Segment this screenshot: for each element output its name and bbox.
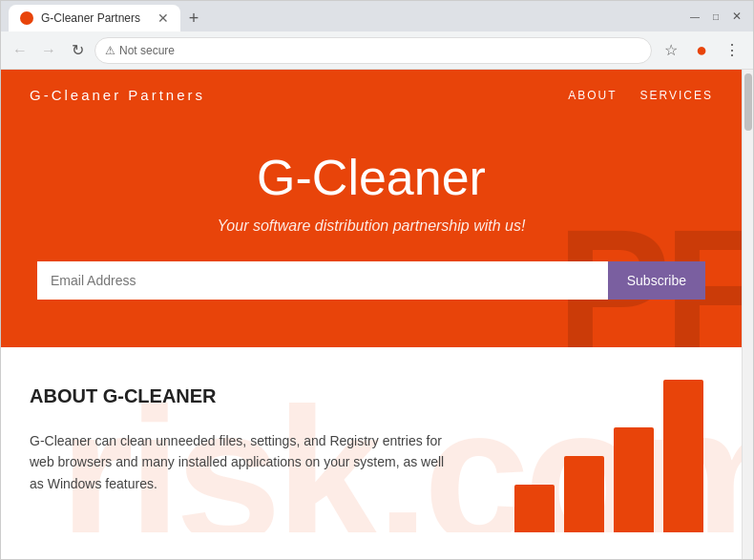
toolbar-right: ☆ ● ⋮ bbox=[658, 37, 745, 64]
email-input[interactable] bbox=[37, 261, 608, 300]
back-button[interactable]: ← bbox=[9, 39, 31, 62]
hero-section: PF G-Cleaner Partners ABOUT SERVICES G-C… bbox=[1, 70, 742, 347]
active-tab[interactable]: G-Cleaner Partners ✕ bbox=[9, 5, 180, 31]
address-bar: ← → ↻ ⚠ Not secure ☆ ● ⋮ bbox=[1, 31, 753, 70]
about-title: ABOUT G-CLEANER bbox=[30, 385, 459, 407]
about-content: ABOUT G-CLEANER G-Cleaner can clean unne… bbox=[30, 385, 459, 494]
scrollbar-thumb[interactable] bbox=[744, 73, 752, 131]
bar-2 bbox=[564, 456, 604, 532]
about-text: G-Cleaner can clean unneeded files, sett… bbox=[30, 430, 459, 494]
site-nav: G-Cleaner Partners ABOUT SERVICES bbox=[1, 70, 742, 120]
hero-subtitle: Your software distribution partnership w… bbox=[20, 218, 723, 235]
nav-link-services[interactable]: SERVICES bbox=[640, 89, 713, 102]
page-content: PF G-Cleaner Partners ABOUT SERVICES G-C… bbox=[1, 70, 742, 559]
title-bar: G-Cleaner Partners ✕ + — □ ✕ bbox=[1, 1, 753, 31]
tab-close-button[interactable]: ✕ bbox=[157, 10, 169, 26]
hero-body: G-Cleaner Your software distribution par… bbox=[1, 120, 742, 347]
bar-chart bbox=[514, 380, 703, 532]
tab-title: G-Cleaner Partners bbox=[41, 11, 140, 25]
profile-icon[interactable]: ● bbox=[688, 37, 715, 64]
minimize-button[interactable]: — bbox=[686, 8, 703, 25]
menu-icon[interactable]: ⋮ bbox=[719, 37, 745, 64]
tab-favicon bbox=[20, 11, 33, 25]
refresh-button[interactable]: ↻ bbox=[66, 39, 89, 62]
bookmark-icon[interactable]: ☆ bbox=[658, 37, 684, 64]
security-indicator: ⚠ Not secure bbox=[105, 44, 175, 57]
content-wrapper: PF G-Cleaner Partners ABOUT SERVICES G-C… bbox=[1, 70, 753, 559]
subscribe-button[interactable]: Subscribe bbox=[608, 261, 705, 300]
hero-title: G-Cleaner bbox=[20, 149, 723, 206]
maximize-button[interactable]: □ bbox=[707, 8, 724, 25]
not-secure-icon: ⚠ bbox=[105, 44, 115, 57]
tab-bar: G-Cleaner Partners ✕ + bbox=[9, 1, 686, 31]
bar-1 bbox=[514, 485, 555, 532]
nav-link-about[interactable]: ABOUT bbox=[568, 89, 617, 102]
forward-button[interactable]: → bbox=[37, 39, 60, 62]
new-tab-button[interactable]: + bbox=[180, 5, 207, 31]
close-button[interactable]: ✕ bbox=[728, 8, 745, 25]
browser-window: G-Cleaner Partners ✕ + — □ ✕ ← → ↻ ⚠ Not… bbox=[0, 0, 754, 560]
bar-3 bbox=[614, 427, 654, 532]
about-section: risk.com ABOUT G-CLEANER G-Cleaner can c… bbox=[1, 347, 742, 532]
not-secure-text: Not secure bbox=[119, 44, 175, 57]
bar-4 bbox=[663, 380, 703, 532]
window-controls: — □ ✕ bbox=[686, 8, 745, 25]
nav-links: ABOUT SERVICES bbox=[568, 89, 713, 102]
site-logo: G-Cleaner Partners bbox=[30, 87, 205, 103]
scrollbar-track bbox=[742, 70, 753, 559]
subscribe-form: Subscribe bbox=[37, 261, 705, 300]
url-bar[interactable]: ⚠ Not secure bbox=[94, 37, 652, 64]
